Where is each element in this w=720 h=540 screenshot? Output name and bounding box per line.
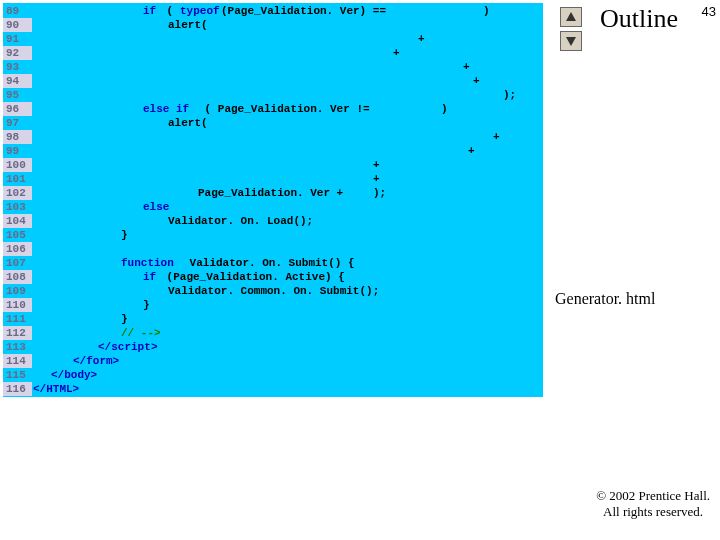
nav-down-button[interactable] <box>560 31 582 51</box>
code-token: function <box>121 256 174 270</box>
code-token: ) <box>483 4 490 18</box>
code-token: } <box>121 312 128 326</box>
code-line: 91+ <box>3 32 543 46</box>
nav-buttons <box>560 7 582 55</box>
code-line: 103else <box>3 200 543 214</box>
copyright: © 2002 Prentice Hall. All rights reserve… <box>596 488 710 521</box>
line-number: 97 <box>3 116 32 130</box>
line-number: 96 <box>3 102 32 116</box>
line-number: 116 <box>3 382 32 396</box>
code-line: 112// --> <box>3 326 543 340</box>
code-token: ); <box>373 186 386 200</box>
code-line: 110} <box>3 298 543 312</box>
code-token: + <box>493 130 500 144</box>
code-token: </script <box>98 340 151 354</box>
code-token: (Page_Validation. Active) { <box>160 270 345 284</box>
code-line: 100+ <box>3 158 543 172</box>
code-token: </form> <box>73 354 119 368</box>
code-line: 101+ <box>3 172 543 186</box>
code-line: 93+ <box>3 60 543 74</box>
code-token: else if <box>143 102 189 116</box>
code-line: 109Validator. Common. On. Submit(); <box>3 284 543 298</box>
line-number: 107 <box>3 256 32 270</box>
line-number: 105 <box>3 228 32 242</box>
code-token: if <box>143 270 156 284</box>
code-token: > <box>151 340 158 354</box>
code-token: else <box>143 200 169 214</box>
line-number: 115 <box>3 368 32 382</box>
code-listing: 89if ( typeof(Page_Validation. Ver) ==)9… <box>3 3 543 397</box>
code-token: ) <box>441 102 448 116</box>
code-line: 114</form> <box>3 354 543 368</box>
code-line: 98+ <box>3 130 543 144</box>
line-number: 102 <box>3 186 32 200</box>
code-token: typeof <box>180 4 220 18</box>
line-number: 101 <box>3 172 32 186</box>
line-number: 109 <box>3 284 32 298</box>
code-line: 104Validator. On. Load(); <box>3 214 543 228</box>
line-number: 93 <box>3 60 32 74</box>
code-token: ); <box>503 88 516 102</box>
code-token: + <box>393 46 400 60</box>
line-number: 113 <box>3 340 32 354</box>
line-number: 108 <box>3 270 32 284</box>
code-token: </body> <box>51 368 97 382</box>
outline-title: Outline <box>600 4 678 34</box>
line-number: 89 <box>3 4 32 18</box>
line-number: 104 <box>3 214 32 228</box>
code-token: + <box>418 32 425 46</box>
code-line: 99+ <box>3 144 543 158</box>
code-token: // --> <box>121 326 161 340</box>
line-number: 106 <box>3 242 32 256</box>
code-token: alert( <box>168 116 208 130</box>
code-line: 106 <box>3 242 543 256</box>
code-token: + <box>373 172 380 186</box>
code-line: 94+ <box>3 74 543 88</box>
triangle-down-icon <box>566 37 576 46</box>
code-token: ( <box>160 4 180 18</box>
code-token: + <box>468 144 475 158</box>
code-line: 108if (Page_Validation. Active) { <box>3 270 543 284</box>
code-token: Validator. Common. On. Submit(); <box>168 284 379 298</box>
code-line: 89if ( typeof(Page_Validation. Ver) ==) <box>3 4 543 18</box>
line-number: 112 <box>3 326 32 340</box>
line-number: 98 <box>3 130 32 144</box>
code-token: alert( <box>168 18 208 32</box>
page-number: 43 <box>702 4 716 19</box>
code-line: 96else if ( Page_Validation. Ver !=) <box>3 102 543 116</box>
code-token: ( Page_Validation. Ver != <box>198 102 370 116</box>
code-token: + <box>373 158 380 172</box>
code-line: 97alert( <box>3 116 543 130</box>
code-token: Page_Validation. Ver + <box>198 186 343 200</box>
code-line: 111} <box>3 312 543 326</box>
code-token: } <box>143 298 150 312</box>
line-number: 111 <box>3 312 32 326</box>
code-line: 90alert( <box>3 18 543 32</box>
code-line: 116</HTML> <box>3 382 543 396</box>
copyright-line2: All rights reserved. <box>603 504 703 519</box>
line-number: 99 <box>3 144 32 158</box>
code-line: 107function Validator. On. Submit() { <box>3 256 543 270</box>
nav-up-button[interactable] <box>560 7 582 27</box>
line-number: 91 <box>3 32 32 46</box>
line-number: 114 <box>3 354 32 368</box>
code-token: if <box>143 4 156 18</box>
code-line: 115</body> <box>3 368 543 382</box>
line-number: 92 <box>3 46 32 60</box>
triangle-up-icon <box>566 12 576 21</box>
code-token: Validator. On. Submit() { <box>183 256 355 270</box>
line-number: 94 <box>3 74 32 88</box>
code-line: 92+ <box>3 46 543 60</box>
line-number: 103 <box>3 200 32 214</box>
code-token: Validator. On. Load(); <box>168 214 313 228</box>
line-number: 110 <box>3 298 32 312</box>
code-token: + <box>473 74 480 88</box>
line-number: 95 <box>3 88 32 102</box>
code-token: } <box>121 228 128 242</box>
code-token: + <box>463 60 470 74</box>
line-number: 90 <box>3 18 32 32</box>
code-line: 105} <box>3 228 543 242</box>
code-line: 102Page_Validation. Ver +); <box>3 186 543 200</box>
code-token: </HTML> <box>33 382 79 396</box>
copyright-line1: © 2002 Prentice Hall. <box>596 488 710 503</box>
